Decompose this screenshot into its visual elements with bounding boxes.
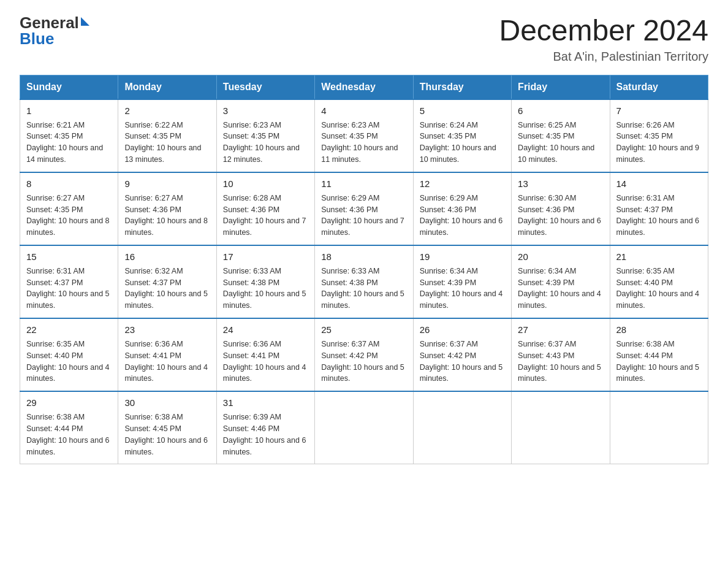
calendar-week-row: 8 Sunrise: 6:27 AMSunset: 4:35 PMDayligh… (20, 172, 708, 245)
day-number: 19 (420, 250, 505, 264)
day-info: Sunrise: 6:32 AMSunset: 4:37 PMDaylight:… (124, 267, 208, 310)
day-info: Sunrise: 6:30 AMSunset: 4:36 PMDaylight:… (518, 194, 601, 237)
day-number: 13 (518, 177, 603, 191)
day-info: Sunrise: 6:38 AMSunset: 4:44 PMDaylight:… (26, 413, 110, 456)
day-number: 5 (420, 104, 505, 118)
day-info: Sunrise: 6:27 AMSunset: 4:35 PMDaylight:… (26, 194, 110, 237)
calendar-cell: 9 Sunrise: 6:27 AMSunset: 4:36 PMDayligh… (118, 172, 216, 245)
calendar-cell: 12 Sunrise: 6:29 AMSunset: 4:36 PMDaylig… (413, 172, 511, 245)
calendar-cell: 28 Sunrise: 6:38 AMSunset: 4:44 PMDaylig… (610, 318, 708, 391)
column-header-wednesday: Wednesday (315, 75, 413, 99)
day-info: Sunrise: 6:25 AMSunset: 4:35 PMDaylight:… (518, 121, 594, 164)
calendar-cell: 22 Sunrise: 6:35 AMSunset: 4:40 PMDaylig… (20, 318, 118, 391)
calendar-week-row: 15 Sunrise: 6:31 AMSunset: 4:37 PMDaylig… (20, 245, 708, 318)
calendar-cell: 6 Sunrise: 6:25 AMSunset: 4:35 PMDayligh… (512, 99, 610, 172)
day-number: 4 (321, 104, 406, 118)
day-info: Sunrise: 6:29 AMSunset: 4:36 PMDaylight:… (321, 194, 404, 237)
column-header-sunday: Sunday (20, 75, 118, 99)
day-number: 24 (223, 323, 308, 337)
day-number: 3 (223, 104, 308, 118)
calendar-cell: 29 Sunrise: 6:38 AMSunset: 4:44 PMDaylig… (20, 391, 118, 464)
title-section: December 2024 Bat A'in, Palestinian Terr… (499, 15, 708, 64)
day-number: 30 (124, 396, 210, 410)
calendar-cell (413, 391, 511, 464)
calendar-cell: 1 Sunrise: 6:21 AMSunset: 4:35 PMDayligh… (20, 99, 118, 172)
calendar-header-row: SundayMondayTuesdayWednesdayThursdayFrid… (20, 75, 708, 99)
column-header-thursday: Thursday (413, 75, 511, 99)
day-number: 14 (616, 177, 702, 191)
calendar-cell: 8 Sunrise: 6:27 AMSunset: 4:35 PMDayligh… (20, 172, 118, 245)
day-info: Sunrise: 6:22 AMSunset: 4:35 PMDaylight:… (124, 121, 201, 164)
calendar-cell (610, 391, 708, 464)
day-info: Sunrise: 6:35 AMSunset: 4:40 PMDaylight:… (26, 340, 110, 383)
column-header-tuesday: Tuesday (216, 75, 314, 99)
calendar-cell: 24 Sunrise: 6:36 AMSunset: 4:41 PMDaylig… (216, 318, 314, 391)
day-info: Sunrise: 6:37 AMSunset: 4:43 PMDaylight:… (518, 340, 601, 383)
day-info: Sunrise: 6:37 AMSunset: 4:42 PMDaylight:… (321, 340, 404, 383)
day-number: 11 (321, 177, 406, 191)
day-info: Sunrise: 6:36 AMSunset: 4:41 PMDaylight:… (223, 340, 306, 383)
day-number: 26 (420, 323, 505, 337)
day-number: 17 (223, 250, 308, 264)
day-number: 7 (616, 104, 702, 118)
calendar-cell (315, 391, 413, 464)
day-number: 12 (420, 177, 505, 191)
day-info: Sunrise: 6:37 AMSunset: 4:42 PMDaylight:… (420, 340, 503, 383)
calendar-week-row: 22 Sunrise: 6:35 AMSunset: 4:40 PMDaylig… (20, 318, 708, 391)
calendar-cell: 17 Sunrise: 6:33 AMSunset: 4:38 PMDaylig… (216, 245, 314, 318)
day-info: Sunrise: 6:23 AMSunset: 4:35 PMDaylight:… (321, 121, 398, 164)
calendar-cell: 26 Sunrise: 6:37 AMSunset: 4:42 PMDaylig… (413, 318, 511, 391)
day-number: 8 (26, 177, 112, 191)
location-title: Bat A'in, Palestinian Territory (499, 50, 708, 64)
day-number: 27 (518, 323, 603, 337)
calendar-cell: 30 Sunrise: 6:38 AMSunset: 4:45 PMDaylig… (118, 391, 216, 464)
day-info: Sunrise: 6:31 AMSunset: 4:37 PMDaylight:… (616, 194, 700, 237)
day-number: 20 (518, 250, 603, 264)
day-number: 10 (223, 177, 308, 191)
day-number: 6 (518, 104, 603, 118)
calendar-cell: 4 Sunrise: 6:23 AMSunset: 4:35 PMDayligh… (315, 99, 413, 172)
day-info: Sunrise: 6:33 AMSunset: 4:38 PMDaylight:… (321, 267, 404, 310)
calendar-cell: 11 Sunrise: 6:29 AMSunset: 4:36 PMDaylig… (315, 172, 413, 245)
month-title: December 2024 (499, 15, 708, 47)
calendar-cell: 10 Sunrise: 6:28 AMSunset: 4:36 PMDaylig… (216, 172, 314, 245)
calendar-week-row: 1 Sunrise: 6:21 AMSunset: 4:35 PMDayligh… (20, 99, 708, 172)
day-number: 16 (124, 250, 210, 264)
day-info: Sunrise: 6:29 AMSunset: 4:36 PMDaylight:… (420, 194, 503, 237)
calendar-cell: 23 Sunrise: 6:36 AMSunset: 4:41 PMDaylig… (118, 318, 216, 391)
logo: General Blue (20, 15, 89, 47)
calendar-cell: 13 Sunrise: 6:30 AMSunset: 4:36 PMDaylig… (512, 172, 610, 245)
day-info: Sunrise: 6:34 AMSunset: 4:39 PMDaylight:… (420, 267, 503, 310)
calendar-cell: 31 Sunrise: 6:39 AMSunset: 4:46 PMDaylig… (216, 391, 314, 464)
day-info: Sunrise: 6:23 AMSunset: 4:35 PMDaylight:… (223, 121, 300, 164)
day-info: Sunrise: 6:33 AMSunset: 4:38 PMDaylight:… (223, 267, 306, 310)
day-number: 21 (616, 250, 702, 264)
day-info: Sunrise: 6:28 AMSunset: 4:36 PMDaylight:… (223, 194, 306, 237)
day-info: Sunrise: 6:36 AMSunset: 4:41 PMDaylight:… (124, 340, 208, 383)
day-info: Sunrise: 6:27 AMSunset: 4:36 PMDaylight:… (124, 194, 208, 237)
calendar-cell: 15 Sunrise: 6:31 AMSunset: 4:37 PMDaylig… (20, 245, 118, 318)
calendar-cell: 16 Sunrise: 6:32 AMSunset: 4:37 PMDaylig… (118, 245, 216, 318)
day-info: Sunrise: 6:21 AMSunset: 4:35 PMDaylight:… (26, 121, 103, 164)
day-info: Sunrise: 6:38 AMSunset: 4:44 PMDaylight:… (616, 340, 700, 383)
day-number: 28 (616, 323, 702, 337)
day-number: 18 (321, 250, 406, 264)
calendar-cell: 20 Sunrise: 6:34 AMSunset: 4:39 PMDaylig… (512, 245, 610, 318)
day-number: 15 (26, 250, 112, 264)
page-header: General Blue December 2024 Bat A'in, Pal… (20, 15, 708, 64)
day-info: Sunrise: 6:38 AMSunset: 4:45 PMDaylight:… (124, 413, 208, 456)
day-info: Sunrise: 6:31 AMSunset: 4:37 PMDaylight:… (26, 267, 110, 310)
day-number: 25 (321, 323, 406, 337)
column-header-saturday: Saturday (610, 75, 708, 99)
calendar-cell: 7 Sunrise: 6:26 AMSunset: 4:35 PMDayligh… (610, 99, 708, 172)
logo-triangle-icon (81, 17, 89, 26)
calendar-cell: 21 Sunrise: 6:35 AMSunset: 4:40 PMDaylig… (610, 245, 708, 318)
day-info: Sunrise: 6:24 AMSunset: 4:35 PMDaylight:… (420, 121, 496, 164)
column-header-monday: Monday (118, 75, 216, 99)
day-number: 1 (26, 104, 112, 118)
calendar-cell: 5 Sunrise: 6:24 AMSunset: 4:35 PMDayligh… (413, 99, 511, 172)
calendar-cell: 19 Sunrise: 6:34 AMSunset: 4:39 PMDaylig… (413, 245, 511, 318)
calendar-cell: 18 Sunrise: 6:33 AMSunset: 4:38 PMDaylig… (315, 245, 413, 318)
calendar-table: SundayMondayTuesdayWednesdayThursdayFrid… (20, 75, 708, 465)
calendar-cell: 27 Sunrise: 6:37 AMSunset: 4:43 PMDaylig… (512, 318, 610, 391)
